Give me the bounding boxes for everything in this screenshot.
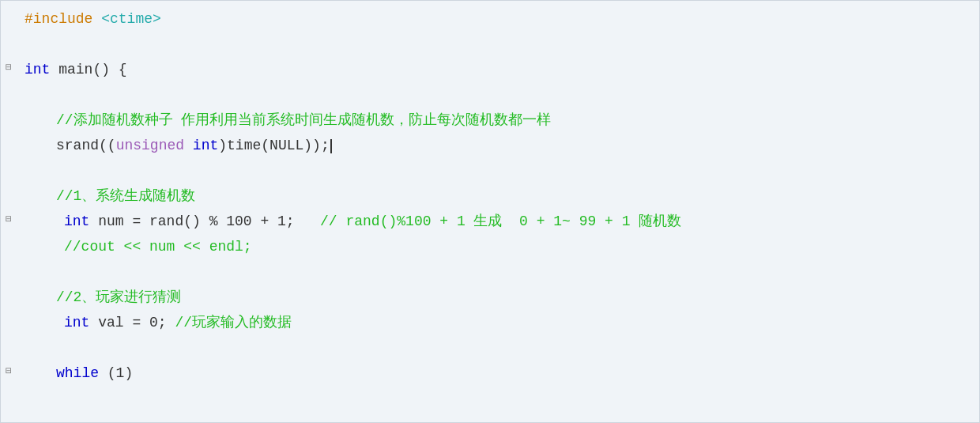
gutter bbox=[1, 236, 17, 237]
gutter: ⊟ bbox=[1, 362, 17, 380]
text-cursor bbox=[330, 139, 332, 153]
collapse-icon[interactable]: ⊟ bbox=[6, 212, 12, 228]
code-line bbox=[1, 159, 979, 184]
code-token: int bbox=[193, 138, 218, 153]
gutter: ⊟ bbox=[1, 210, 17, 228]
code-line bbox=[1, 83, 979, 108]
line-content: //2、玩家进行猜测 bbox=[17, 286, 979, 309]
code-token: srand(( bbox=[56, 138, 116, 153]
line-content bbox=[17, 261, 979, 284]
code-token: )time(NULL)); bbox=[218, 138, 329, 153]
code-line: //1、系统生成随机数 bbox=[1, 184, 979, 210]
code-token: //添加随机数种子 作用利用当前系统时间生成随机数，防止每次随机数都一样 bbox=[56, 112, 551, 128]
code-token: num = rand() % 100 + 1; bbox=[89, 213, 320, 229]
code-token: val = 0; bbox=[89, 315, 175, 330]
code-token: <ctime> bbox=[101, 11, 161, 27]
code-line: //添加随机数种子 作用利用当前系统时间生成随机数，防止每次随机数都一样 bbox=[1, 108, 979, 134]
line-content: while (1) bbox=[17, 362, 979, 385]
gutter bbox=[1, 261, 17, 262]
code-area[interactable]: #include <ctime> ⊟int main() { //添加随机数种子… bbox=[1, 1, 979, 393]
code-token: int bbox=[64, 315, 89, 330]
gutter bbox=[1, 286, 17, 288]
gutter bbox=[1, 8, 17, 9]
code-line: #include <ctime> bbox=[1, 7, 979, 32]
gutter bbox=[1, 33, 17, 35]
collapse-icon[interactable]: ⊟ bbox=[6, 60, 12, 77]
line-content: int num = rand() % 100 + 1; // rand()%10… bbox=[17, 210, 979, 233]
gutter bbox=[1, 84, 17, 85]
code-token: while bbox=[56, 365, 99, 381]
code-token: (1) bbox=[99, 365, 133, 381]
code-line: //2、玩家进行猜测 bbox=[1, 285, 979, 311]
code-token: //1、系统生成随机数 bbox=[56, 188, 195, 204]
code-token: //cout << num << endl; bbox=[64, 239, 252, 255]
gutter bbox=[1, 160, 17, 161]
line-content bbox=[17, 33, 979, 56]
code-token: int bbox=[24, 62, 50, 77]
gutter bbox=[1, 312, 17, 313]
gutter bbox=[1, 185, 17, 187]
code-line: int val = 0; //玩家输入的数据 bbox=[1, 311, 979, 336]
code-line: ⊟int num = rand() % 100 + 1; // rand()%1… bbox=[1, 210, 979, 235]
collapse-icon[interactable]: ⊟ bbox=[6, 364, 12, 380]
code-token: main() { bbox=[50, 62, 126, 77]
line-content bbox=[17, 337, 979, 360]
code-line bbox=[1, 336, 979, 361]
code-token: int bbox=[64, 213, 89, 229]
code-line bbox=[1, 32, 979, 58]
line-content: int val = 0; //玩家输入的数据 bbox=[17, 312, 979, 334]
line-content bbox=[17, 84, 979, 107]
gutter: ⊟ bbox=[1, 59, 17, 77]
line-content: //cout << num << endl; bbox=[17, 236, 979, 259]
code-token: //玩家输入的数据 bbox=[175, 315, 292, 330]
gutter bbox=[1, 337, 17, 338]
code-line bbox=[1, 260, 979, 285]
line-content: #include <ctime> bbox=[17, 8, 979, 31]
code-token: // rand()%100 + 1 生成 0 + 1~ 99 + 1 随机数 bbox=[320, 213, 681, 229]
line-content: //添加随机数种子 作用利用当前系统时间生成随机数，防止每次随机数都一样 bbox=[17, 109, 979, 132]
code-token: //2、玩家进行猜测 bbox=[56, 289, 181, 305]
code-editor: #include <ctime> ⊟int main() { //添加随机数种子… bbox=[0, 0, 980, 423]
code-token bbox=[184, 138, 193, 153]
line-content: //1、系统生成随机数 bbox=[17, 185, 979, 208]
line-content bbox=[17, 160, 979, 183]
code-token: #include bbox=[24, 11, 101, 27]
gutter bbox=[1, 109, 17, 111]
code-line: srand((unsigned int)time(NULL)); bbox=[1, 134, 979, 159]
line-content: int main() { bbox=[17, 59, 979, 81]
gutter bbox=[1, 134, 17, 136]
code-line: ⊟int main() { bbox=[1, 58, 979, 83]
code-token: unsigned bbox=[116, 138, 184, 153]
line-content: srand((unsigned int)time(NULL)); bbox=[17, 134, 979, 157]
code-line: //cout << num << endl; bbox=[1, 235, 979, 260]
code-line: ⊟while (1) bbox=[1, 361, 979, 387]
